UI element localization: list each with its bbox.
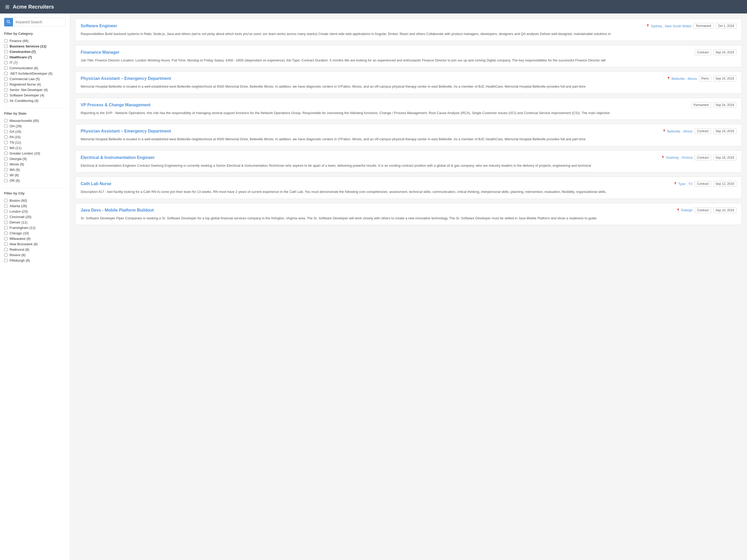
job-card: Physician Assistant – Emergency Departme… xyxy=(75,124,742,146)
category-checkbox[interactable] xyxy=(4,61,7,64)
main-content: Software Engineer📍Sydney , New South Wal… xyxy=(70,14,747,560)
category-label: Business Services (11) xyxy=(9,44,46,48)
city-checkbox[interactable] xyxy=(4,242,7,246)
category-checkbox[interactable] xyxy=(4,72,7,75)
city-filter-item[interactable]: Denver (11) xyxy=(4,220,66,225)
city-label: Redmond (8) xyxy=(9,247,29,251)
state-filter-item[interactable]: Illinois (9) xyxy=(4,161,66,167)
state-checkbox[interactable] xyxy=(4,152,7,155)
state-filter-item[interactable]: Massachusetts (65) xyxy=(4,118,66,124)
state-filter-item[interactable]: Georgia (9) xyxy=(4,156,66,161)
state-checkbox[interactable] xyxy=(4,168,7,171)
state-filter-item[interactable]: MA (11) xyxy=(4,145,66,151)
city-filter-item[interactable]: Revere (8) xyxy=(4,252,66,258)
state-label: OH (29) xyxy=(9,124,22,128)
category-checkbox[interactable] xyxy=(4,66,7,70)
state-label: PA (15) xyxy=(9,135,21,139)
city-checkbox[interactable] xyxy=(4,259,7,262)
city-filter-item[interactable]: New Brunswick (8) xyxy=(4,241,66,247)
category-filter-item[interactable]: Senior .Net Developer (4) xyxy=(4,87,66,92)
city-filter-item[interactable]: Pittsburgh (8) xyxy=(4,258,66,263)
state-filter-item[interactable]: PA (15) xyxy=(4,134,66,140)
state-filter-item[interactable]: OR (8) xyxy=(4,178,66,183)
search-input[interactable] xyxy=(13,18,66,26)
job-title[interactable]: Physician Assistant – Emergency Departme… xyxy=(81,76,171,81)
city-checkbox[interactable] xyxy=(4,199,7,202)
state-filter-item[interactable]: Greater London (10) xyxy=(4,151,66,156)
state-filter-item[interactable]: GA (16) xyxy=(4,129,66,134)
state-filter-item[interactable]: OH (29) xyxy=(4,124,66,129)
category-checkbox[interactable] xyxy=(4,88,7,91)
svg-line-1 xyxy=(9,22,10,23)
job-meta: PermanentSep 24, 2019 xyxy=(691,102,737,108)
category-filter-item[interactable]: Air Conditioning (4) xyxy=(4,98,66,103)
city-filter-item[interactable]: Boston (60) xyxy=(4,198,66,203)
category-checkbox[interactable] xyxy=(4,83,7,86)
category-filter-item[interactable]: Registered Nurse (4) xyxy=(4,82,66,87)
city-checkbox[interactable] xyxy=(4,226,7,230)
job-title[interactable]: Cath Lab Nurse xyxy=(81,182,111,186)
job-meta: ContractSep 24, 2019 xyxy=(695,50,737,55)
category-filter-item[interactable]: Software Developer (4) xyxy=(4,92,66,98)
category-checkbox[interactable] xyxy=(4,99,7,102)
category-checkbox[interactable] xyxy=(4,50,7,53)
job-type-badge: Contract xyxy=(695,181,711,187)
job-title[interactable]: Electrical & Instrumentation Engineer xyxy=(81,155,155,160)
city-checkbox[interactable] xyxy=(4,210,7,213)
city-filter-item[interactable]: Chicago (10) xyxy=(4,231,66,236)
search-button[interactable] xyxy=(4,18,13,26)
state-checkbox[interactable] xyxy=(4,135,7,139)
state-filter-item[interactable]: TN (11) xyxy=(4,140,66,145)
city-filter-item[interactable]: Cincinnati (20) xyxy=(4,214,66,220)
city-filter-item[interactable]: London (23) xyxy=(4,209,66,214)
category-filter-item[interactable]: .NET Architect/Developer (6) xyxy=(4,71,66,76)
city-filter-list: Boston (60)Atlanta (26)London (23)Cincin… xyxy=(4,198,66,263)
job-date-badge: Sep 12, 2019 xyxy=(713,181,737,187)
city-checkbox[interactable] xyxy=(4,253,7,257)
category-checkbox[interactable] xyxy=(4,39,7,43)
job-title[interactable]: Software Engineer xyxy=(81,24,117,28)
job-title[interactable]: Finanance Manager xyxy=(81,50,119,55)
state-checkbox[interactable] xyxy=(4,141,7,144)
category-filter-item[interactable]: Healthcare (7) xyxy=(4,54,66,60)
category-filter-item[interactable]: Business Services (11) xyxy=(4,44,66,49)
state-label: WI (8) xyxy=(9,173,19,177)
state-checkbox[interactable] xyxy=(4,146,7,150)
city-checkbox[interactable] xyxy=(4,237,7,240)
job-title[interactable]: VP Process & Change Management xyxy=(81,103,150,107)
category-checkbox[interactable] xyxy=(4,55,7,59)
category-checkbox[interactable] xyxy=(4,77,7,81)
city-checkbox[interactable] xyxy=(4,248,7,251)
location-text: Geelong , Victoria xyxy=(666,156,693,159)
job-card-header: Electrical & Instrumentation Engineer📍Ge… xyxy=(81,155,737,160)
city-filter-item[interactable]: Framingham (11) xyxy=(4,225,66,231)
job-list: Software Engineer📍Sydney , New South Wal… xyxy=(75,19,742,225)
state-checkbox[interactable] xyxy=(4,119,7,123)
state-filter-item[interactable]: WI (8) xyxy=(4,172,66,178)
category-filter-item[interactable]: Commercial Law (5) xyxy=(4,76,66,82)
category-checkbox[interactable] xyxy=(4,45,7,48)
city-filter-item[interactable]: Redmond (8) xyxy=(4,247,66,252)
state-checkbox[interactable] xyxy=(4,125,7,128)
state-checkbox[interactable] xyxy=(4,157,7,160)
job-title[interactable]: Java Devs - Mobile Platform Buildout xyxy=(81,208,154,213)
category-filter-item[interactable]: IT (7) xyxy=(4,60,66,65)
city-checkbox[interactable] xyxy=(4,221,7,224)
job-title[interactable]: Physician Assistant – Emergency Departme… xyxy=(81,129,171,134)
job-type-badge: Contract xyxy=(695,155,711,160)
state-checkbox[interactable] xyxy=(4,174,7,177)
category-checkbox[interactable] xyxy=(4,94,7,97)
state-checkbox[interactable] xyxy=(4,163,7,166)
category-filter-item[interactable]: Construction (7) xyxy=(4,49,66,54)
city-checkbox[interactable] xyxy=(4,232,7,235)
category-filter-item[interactable]: Communication (6) xyxy=(4,65,66,71)
city-checkbox[interactable] xyxy=(4,215,7,218)
category-filter-item[interactable]: Finance (66) xyxy=(4,38,66,44)
city-checkbox[interactable] xyxy=(4,204,7,208)
city-label: Boston (60) xyxy=(9,198,27,203)
state-checkbox[interactable] xyxy=(4,130,7,133)
city-filter-item[interactable]: Milwaukee (8) xyxy=(4,236,66,241)
state-checkbox[interactable] xyxy=(4,179,7,182)
state-filter-item[interactable]: WA (9) xyxy=(4,167,66,172)
city-filter-item[interactable]: Atlanta (26) xyxy=(4,203,66,209)
